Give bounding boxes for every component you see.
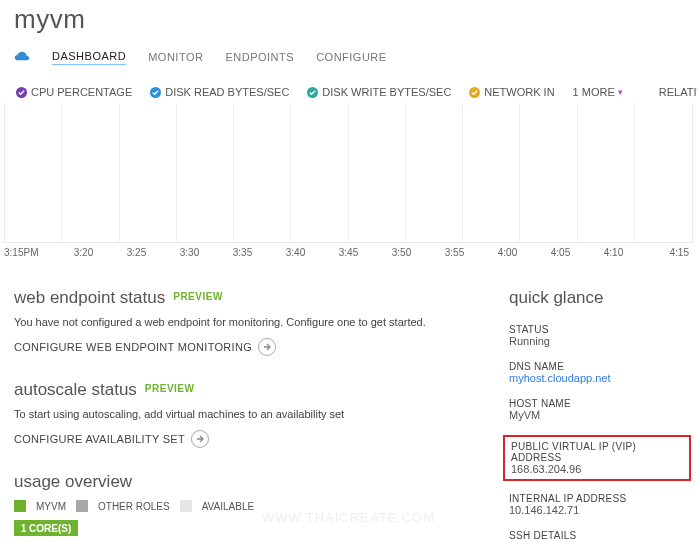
qg-dns: DNS NAME myhost.cloudapp.net xyxy=(509,361,685,384)
qg-ssh: SSH DETAILS myhost.cloudapp.net : 22 xyxy=(509,530,685,542)
section-heading: autoscale status xyxy=(14,380,137,400)
legend-label: AVAILABLE xyxy=(202,501,254,512)
qg-value: 168.63.204.96 xyxy=(511,463,683,475)
autoscale-section: autoscale status PREVIEW To start using … xyxy=(14,380,485,448)
metric-disk-write[interactable]: DISK WRITE BYTES/SEC xyxy=(307,86,451,98)
qg-vip-highlight: PUBLIC VIRTUAL IP (VIP) ADDRESS 168.63.2… xyxy=(503,435,691,481)
x-tick: 3:20 xyxy=(57,247,110,258)
x-tick: 3:45 xyxy=(322,247,375,258)
check-icon xyxy=(16,87,27,98)
metric-label: NETWORK IN xyxy=(484,86,554,98)
usage-bar-segment-myvm: 1 CORE(S) xyxy=(14,520,78,536)
metrics-chart: 3:15PM 3:20 3:25 3:30 3:35 3:40 3:45 3:5… xyxy=(0,103,697,258)
x-tick: 3:50 xyxy=(375,247,428,258)
section-body: To start using autoscaling, add virtual … xyxy=(14,408,485,420)
qg-value: Running xyxy=(509,335,685,347)
x-tick: 3:55 xyxy=(428,247,481,258)
arrow-right-icon xyxy=(191,430,209,448)
configure-availability-set-link[interactable]: CONFIGURE AVAILABILITY SET xyxy=(14,430,485,448)
qg-label: HOST NAME xyxy=(509,398,685,409)
x-tick: 4:15 xyxy=(640,247,693,258)
metric-label: DISK WRITE BYTES/SEC xyxy=(322,86,451,98)
left-column: web endpoint status PREVIEW You have not… xyxy=(14,288,485,542)
page-title: myvm xyxy=(0,0,697,43)
view-mode-label: RELATIVE xyxy=(659,86,697,98)
configure-web-endpoint-link[interactable]: CONFIGURE WEB ENDPOINT MONITORING xyxy=(14,338,485,356)
x-tick: 4:10 xyxy=(587,247,640,258)
more-metrics[interactable]: 1 MORE ▾ xyxy=(573,86,623,98)
qg-value: MyVM xyxy=(509,409,685,421)
tab-monitor[interactable]: MONITOR xyxy=(148,51,203,63)
arrow-right-icon xyxy=(258,338,276,356)
metric-label: DISK READ BYTES/SEC xyxy=(165,86,289,98)
preview-badge: PREVIEW xyxy=(145,383,195,394)
dns-name-link[interactable]: myhost.cloudapp.net xyxy=(509,372,685,384)
qg-internal-ip: INTERNAL IP ADDRESS 10.146.142.71 xyxy=(509,493,685,516)
metric-cpu[interactable]: CPU PERCENTAGE xyxy=(16,86,132,98)
x-tick: 3:25 xyxy=(110,247,163,258)
cloud-icon xyxy=(14,51,30,63)
tab-dashboard[interactable]: DASHBOARD xyxy=(52,50,126,65)
qg-label: DNS NAME xyxy=(509,361,685,372)
x-tick: 3:40 xyxy=(269,247,322,258)
section-heading: usage overview xyxy=(14,472,132,492)
chart-x-axis: 3:15PM 3:20 3:25 3:30 3:35 3:40 3:45 3:5… xyxy=(4,243,693,258)
check-icon xyxy=(150,87,161,98)
legend-swatch xyxy=(76,500,88,512)
qg-value: 10.146.142.71 xyxy=(509,504,685,516)
quick-glance-panel: quick glance STATUS Running DNS NAME myh… xyxy=(509,288,685,542)
metric-network-in[interactable]: NETWORK IN xyxy=(469,86,554,98)
section-heading: web endpoint status xyxy=(14,288,165,308)
qg-host: HOST NAME MyVM xyxy=(509,398,685,421)
x-tick: 4:05 xyxy=(534,247,587,258)
tab-configure[interactable]: CONFIGURE xyxy=(316,51,387,63)
x-tick: 3:35 xyxy=(216,247,269,258)
x-tick: 4:00 xyxy=(481,247,534,258)
view-mode-dropdown[interactable]: RELATIVE ▾ xyxy=(659,86,697,98)
section-body: You have not configured a web endpoint f… xyxy=(14,316,485,328)
tab-bar: DASHBOARD MONITOR ENDPOINTS CONFIGURE xyxy=(0,43,697,71)
qg-label: INTERNAL IP ADDRESS xyxy=(509,493,685,504)
chart-body xyxy=(4,103,693,243)
usage-legend: MYVM OTHER ROLES AVAILABLE xyxy=(14,500,485,512)
usage-bar: 1 CORE(S) xyxy=(14,520,485,536)
qg-label: STATUS xyxy=(509,324,685,335)
check-icon xyxy=(469,87,480,98)
metrics-row: CPU PERCENTAGE DISK READ BYTES/SEC DISK … xyxy=(0,71,697,103)
quick-glance-heading: quick glance xyxy=(509,288,685,308)
action-label: CONFIGURE AVAILABILITY SET xyxy=(14,433,185,445)
preview-badge: PREVIEW xyxy=(173,291,223,302)
legend-swatch xyxy=(14,500,26,512)
tab-endpoints[interactable]: ENDPOINTS xyxy=(225,51,294,63)
legend-swatch xyxy=(180,500,192,512)
qg-label: SSH DETAILS xyxy=(509,530,685,541)
qg-status: STATUS Running xyxy=(509,324,685,347)
qg-label: PUBLIC VIRTUAL IP (VIP) ADDRESS xyxy=(511,441,683,463)
action-label: CONFIGURE WEB ENDPOINT MONITORING xyxy=(14,341,252,353)
chevron-down-icon: ▾ xyxy=(618,87,623,97)
more-label: 1 MORE xyxy=(573,86,615,98)
x-tick: 3:15PM xyxy=(4,247,57,258)
check-icon xyxy=(307,87,318,98)
legend-label: MYVM xyxy=(36,501,66,512)
x-tick: 3:30 xyxy=(163,247,216,258)
legend-label: OTHER ROLES xyxy=(98,501,170,512)
metric-disk-read[interactable]: DISK READ BYTES/SEC xyxy=(150,86,289,98)
web-endpoint-section: web endpoint status PREVIEW You have not… xyxy=(14,288,485,356)
usage-overview-section: usage overview MYVM OTHER ROLES AVAILABL… xyxy=(14,472,485,536)
metric-label: CPU PERCENTAGE xyxy=(31,86,132,98)
